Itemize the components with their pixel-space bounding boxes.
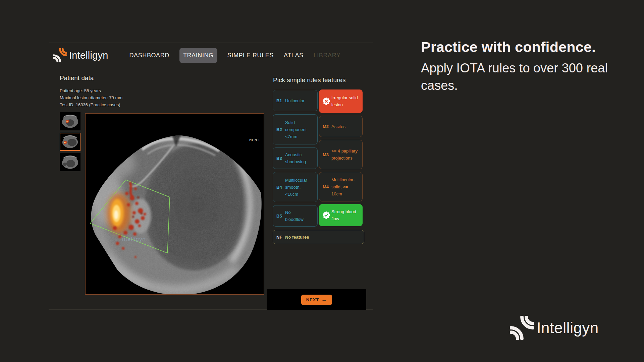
next-bar: NEXT → (267, 289, 366, 310)
feature-code: NF (276, 235, 285, 240)
feature-button-b2[interactable]: B2 Solid component <7mm (273, 114, 318, 144)
feature-button-m1-selected[interactable]: Irregular solid lesion (319, 89, 363, 113)
brand-logo[interactable]: Intelligyn (53, 48, 108, 62)
arrow-right-icon: → (321, 297, 327, 302)
nav-item-simple-rules[interactable]: SIMPLE RULES (227, 52, 274, 59)
feature-label: Irregular solid lesion (331, 94, 360, 108)
overlay-text: HI H F (249, 138, 261, 141)
signal-arcs-icon (510, 316, 534, 340)
feature-label: No bloodflow (285, 209, 307, 223)
feature-code: M2 (323, 124, 331, 129)
nav-bar: Intelligyn DASHBOARD TRAINING SIMPLE RUL… (53, 45, 341, 66)
hero-subtitle: Apply IOTA rules to over 300 real cases. (421, 59, 609, 95)
check-badge-icon (323, 212, 331, 219)
feature-label: Multilocular smooth, <10cm (285, 177, 313, 198)
feature-label: >= 4 papillary projections (331, 147, 359, 162)
feature-code: M4 (323, 184, 331, 189)
feature-label: Solid component <7mm (285, 119, 313, 140)
hero-title: Practice with confidence. (421, 39, 629, 55)
patient-data-section: Patient data Patient age: 55 years Maxim… (60, 74, 122, 108)
feature-label: Strong blood flow (331, 208, 360, 222)
thumbnail-1[interactable] (60, 112, 80, 130)
feature-button-m2[interactable]: M2 Ascites (319, 116, 363, 137)
nav-item-atlas[interactable]: ATLAS (284, 52, 304, 59)
feature-button-b5[interactable]: B5 No bloodflow (273, 205, 318, 227)
feature-code: B1 (276, 98, 285, 103)
features-heading: Pick simple rules features (273, 76, 345, 84)
footer-brand: Intelligyn (510, 316, 599, 340)
feature-code: M3 (323, 152, 331, 157)
thumbnail-3[interactable] (60, 153, 80, 171)
lesion-diameter: Maximal lesion diameter: 79 mm (60, 94, 122, 101)
feature-button-m4[interactable]: M4 Multilocular-solid, >= 10cm (319, 172, 363, 201)
footer-brand-name: Intelligyn (537, 319, 599, 337)
feature-button-b1[interactable]: B1 Unilocular (273, 90, 318, 111)
next-label: NEXT (306, 297, 319, 302)
hero-section: Practice with confidence. Apply IOTA rul… (421, 39, 629, 95)
malignant-column: Irregular solid lesion M2 Ascites M3 >= … (319, 89, 363, 226)
feature-label: Multilocular-solid, >= 10cm (331, 176, 359, 197)
screen: Intelligyn DASHBOARD TRAINING SIMPLE RUL… (0, 0, 644, 362)
ultrasound-image: Intelligyn HI H F (86, 114, 264, 294)
feature-label: Acoustic shadowing (285, 151, 313, 165)
test-id: Test ID: 16336 (Practice cases) (60, 101, 122, 108)
feature-button-b4[interactable]: B4 Multilocular smooth, <10cm (273, 172, 318, 202)
thumbnail-strip (60, 112, 80, 174)
feature-code: B5 (276, 214, 285, 219)
feature-label: Unilocular (285, 97, 313, 104)
patient-data-heading: Patient data (60, 74, 122, 82)
benign-column: B1 Unilocular B2 Solid component <7mm B3… (273, 90, 318, 227)
feature-label: Ascites (331, 123, 359, 130)
feature-button-m3[interactable]: M3 >= 4 papillary projections (319, 140, 363, 169)
next-button[interactable]: NEXT → (301, 295, 332, 305)
nav-item-training[interactable]: TRAINING (179, 48, 217, 63)
feature-button-b3[interactable]: B3 Acoustic shadowing (273, 147, 318, 169)
x-badge-icon (323, 98, 331, 105)
watermark: Intelligyn (120, 236, 146, 242)
feature-label: No features (285, 234, 309, 241)
ultrasound-viewer[interactable]: Intelligyn HI H F (85, 113, 264, 295)
nav-menu: DASHBOARD TRAINING SIMPLE RULES ATLAS LI… (129, 48, 340, 63)
feature-button-m5-selected[interactable]: Strong blood flow (319, 204, 363, 226)
nav-item-dashboard[interactable]: DASHBOARD (129, 52, 169, 59)
feature-code: B3 (276, 156, 285, 161)
nav-item-library[interactable]: LIBRARY (314, 52, 341, 59)
feature-code: B2 (276, 127, 285, 132)
feature-button-nf[interactable]: NF No features (273, 230, 364, 244)
thumbnail-2[interactable] (60, 133, 80, 151)
patient-age: Patient age: 55 years (60, 87, 122, 94)
feature-code: B4 (276, 185, 285, 190)
signal-arcs-icon (53, 48, 67, 62)
brand-name: Intelligyn (69, 50, 108, 61)
app-top-divider (49, 43, 373, 43)
